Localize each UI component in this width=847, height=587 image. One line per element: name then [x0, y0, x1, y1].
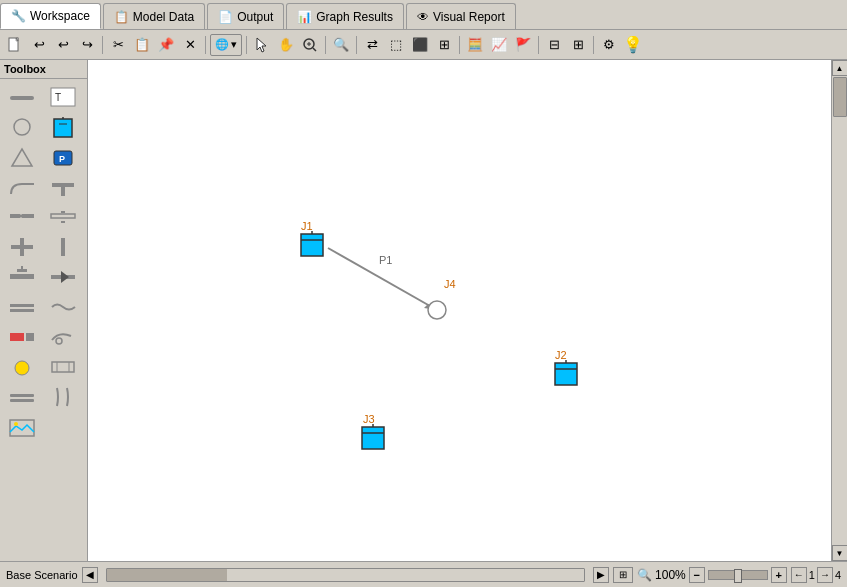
img-icon [8, 416, 36, 438]
svg-text:P: P [59, 154, 65, 164]
svg-marker-3 [257, 38, 266, 52]
svg-rect-19 [61, 187, 65, 196]
scroll-track-v[interactable] [833, 77, 847, 544]
tool-reservoir[interactable] [4, 113, 40, 141]
canvas-svg: P1 J1 J4 J2 J3 [88, 60, 831, 561]
svg-rect-36 [10, 333, 24, 341]
zoom-out-btn[interactable]: − [689, 567, 705, 583]
tool-pipe-horiz2[interactable] [4, 293, 40, 321]
next-page-btn[interactable]: → [817, 567, 833, 583]
pipe-horiz2-icon [8, 296, 36, 318]
page-total: 4 [835, 569, 841, 581]
layers-btn[interactable]: ⊟ [543, 34, 565, 56]
zoom-slider[interactable] [708, 570, 768, 580]
sep5 [356, 36, 357, 54]
graph-btn[interactable]: 📈 [488, 34, 510, 56]
svg-rect-34 [10, 304, 34, 307]
toolbar: ↩ ↩ ↪ ✂ 📋 📌 ✕ 🌐 ▾ ✋ 🔍 ⇄ ⬚ ⬛ ⊞ 🧮 📈 🚩 ⊟ ⊞ … [0, 30, 847, 60]
svg-point-39 [15, 361, 29, 375]
svg-rect-37 [26, 333, 34, 341]
settings-btn[interactable]: ⚙ [598, 34, 620, 56]
paste-btn[interactable]: 📌 [155, 34, 177, 56]
scroll-left-btn[interactable]: ◀ [82, 567, 98, 583]
run-btn[interactable]: 💡 [622, 34, 644, 56]
junction-j1-box[interactable] [301, 234, 323, 256]
move-btn[interactable]: ⬚ [385, 34, 407, 56]
tool-reducer[interactable] [45, 203, 81, 231]
tool-tank[interactable] [45, 113, 81, 141]
tab-graph-results[interactable]: 📊 Graph Results [286, 3, 404, 29]
find-btn[interactable]: 🔍 [330, 34, 352, 56]
scroll-down-btn[interactable]: ▼ [832, 545, 848, 561]
undo2-btn[interactable]: ↩ [52, 34, 74, 56]
j4-label: J4 [444, 278, 456, 290]
tool-meter[interactable] [45, 353, 81, 381]
svg-rect-21 [22, 214, 34, 218]
model-data-tab-icon: 📋 [114, 10, 129, 24]
tool-check-valve[interactable] [45, 263, 81, 291]
graph-results-tab-label: Graph Results [316, 10, 393, 24]
tool-pipe-t[interactable] [4, 203, 40, 231]
visual-report-tab-label: Visual Report [433, 10, 505, 24]
scroll-up-btn[interactable]: ▲ [832, 60, 848, 76]
toolbox: Toolbox T P [0, 60, 88, 561]
select-btn[interactable] [251, 34, 273, 56]
tool-special2[interactable] [45, 323, 81, 351]
new-btn[interactable] [4, 34, 26, 56]
zoom-region-btn[interactable] [299, 34, 321, 56]
elbow-icon [8, 176, 36, 198]
scroll-right-btn[interactable]: ▶ [593, 567, 609, 583]
tab-output[interactable]: 📄 Output [207, 3, 284, 29]
resize-btn[interactable]: ⬛ [409, 34, 431, 56]
special1-icon [8, 326, 36, 348]
tool-gate-valve[interactable] [4, 263, 40, 291]
tool-pipe-horizontal[interactable] [4, 83, 40, 111]
svg-marker-15 [12, 149, 32, 166]
junction-j2-box[interactable] [555, 363, 577, 385]
undo-btn[interactable]: ↩ [28, 34, 50, 56]
sep3 [246, 36, 247, 54]
scrollbar-bottom[interactable] [106, 568, 586, 582]
tool-pipe-v[interactable] [45, 233, 81, 261]
exchange-btn[interactable]: ⇄ [361, 34, 383, 56]
tool-cross[interactable] [4, 233, 40, 261]
cut-btn[interactable]: ✂ [107, 34, 129, 56]
tool-img[interactable] [4, 413, 40, 441]
grid-btn[interactable]: ⊞ [567, 34, 589, 56]
svg-rect-29 [10, 274, 34, 279]
junction-j3-box[interactable] [362, 427, 384, 449]
fit-view-btn[interactable]: ⊞ [613, 567, 633, 583]
globe-btn[interactable]: 🌐 ▾ [210, 34, 242, 56]
align-btn[interactable]: ⊞ [433, 34, 455, 56]
pipe-p1-label: P1 [379, 254, 392, 266]
flag-btn[interactable]: 🚩 [512, 34, 534, 56]
select-icon [255, 37, 269, 53]
tool-double-horiz[interactable] [4, 383, 40, 411]
table-btn[interactable]: 🧮 [464, 34, 486, 56]
tool-tee[interactable] [45, 173, 81, 201]
tool-flex-pipe[interactable] [45, 293, 81, 321]
tool-valve[interactable]: P [45, 143, 81, 171]
tab-workspace[interactable]: 🔧 Workspace [0, 3, 101, 29]
delete-btn[interactable]: ✕ [179, 34, 201, 56]
tool-special1[interactable] [4, 323, 40, 351]
tool-hydrant[interactable] [4, 353, 40, 381]
zoom-in-btn[interactable]: + [771, 567, 787, 583]
tab-visual-report[interactable]: 👁 Visual Report [406, 3, 516, 29]
prev-page-btn[interactable]: ← [791, 567, 807, 583]
tool-double-v[interactable] [45, 383, 81, 411]
tab-bar: 🔧 Workspace 📋 Model Data 📄 Output 📊 Grap… [0, 0, 847, 30]
copy-btn[interactable]: 📋 [131, 34, 153, 56]
canvas-area[interactable]: P1 J1 J4 J2 J3 [88, 60, 831, 561]
tool-elbow[interactable] [4, 173, 40, 201]
scroll-thumb-v[interactable] [833, 77, 847, 117]
tool-text[interactable]: T [45, 83, 81, 111]
tool-pump[interactable] [4, 143, 40, 171]
junction-j4-circle[interactable] [428, 301, 446, 319]
globe-icon: 🌐 [215, 38, 229, 51]
check-valve-icon [49, 266, 77, 288]
redo-btn[interactable]: ↪ [76, 34, 98, 56]
workspace-tab-label: Workspace [30, 9, 90, 23]
pan-btn[interactable]: ✋ [275, 34, 297, 56]
tab-model-data[interactable]: 📋 Model Data [103, 3, 205, 29]
